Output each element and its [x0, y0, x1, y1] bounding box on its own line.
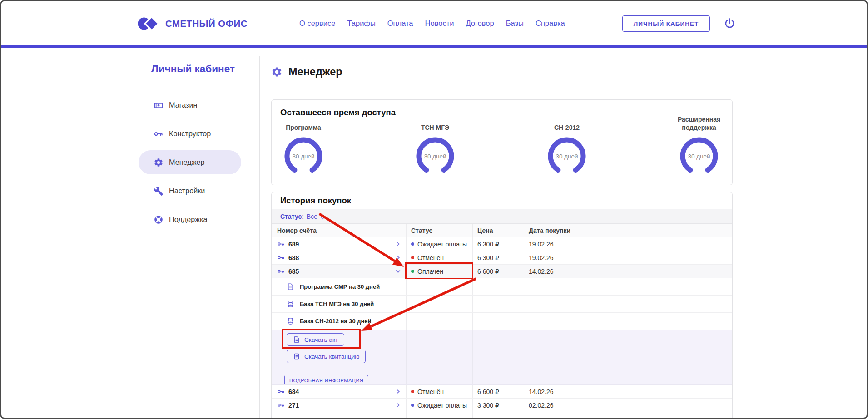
logout-power-icon[interactable] — [724, 17, 736, 30]
price-cell: 6 300 ₽ — [473, 251, 523, 264]
sidebar-item-key[interactable]: Конструктор — [139, 122, 241, 146]
status-dot — [411, 270, 414, 273]
date-cell: 02.02.26 — [523, 399, 732, 412]
history-card-title: История покупок — [280, 196, 351, 206]
gauge-ring: 30 дней — [284, 137, 322, 175]
invoice-number-cell[interactable]: 684 — [272, 385, 407, 398]
date-cell: 19.02.26 — [523, 237, 732, 251]
invoice-row: 688Отменён6 300 ₽19.02.26 — [272, 251, 732, 265]
purchase-item-row: База СН-2012 на 30 дней — [272, 313, 732, 330]
browser-frame: СМЕТНЫЙ ОФИС О сервисеТарифыОплатаНовост… — [0, 0, 868, 419]
download-receipt-button[interactable]: Скачать квитанцию — [287, 350, 366, 363]
purchase-item[interactable]: База СН-2012 на 30 дней — [272, 313, 407, 330]
key-icon — [277, 401, 285, 409]
nav-item[interactable]: Тарифы — [347, 19, 375, 28]
database-icon — [287, 317, 294, 325]
page-title-text: Менеджер — [288, 66, 342, 78]
price-cell: 6 300 ₽ — [473, 237, 523, 251]
invoice-number-cell[interactable]: 271 — [272, 399, 407, 412]
nav-item[interactable]: Договор — [466, 19, 494, 28]
nav-item[interactable]: Справка — [536, 19, 565, 28]
status-cell: Ожидает оплаты — [407, 399, 473, 412]
key-icon — [154, 129, 164, 139]
date-cell: 14.02.26 — [523, 385, 732, 398]
nav-item[interactable]: Базы — [506, 19, 524, 28]
detailed-info-button[interactable]: ПОДРОБНАЯ ИНФОРМАЦИЯ — [284, 375, 368, 384]
database-icon — [287, 300, 294, 308]
purchase-item[interactable]: База ТСН МГЭ на 30 дней — [272, 296, 407, 312]
invoice-row: 684Отменён6 600 ₽14.02.26 — [272, 385, 732, 399]
column-header: Дата покупки — [523, 224, 732, 237]
purchase-item[interactable]: Программа СМР на 30 дней — [272, 278, 407, 295]
invoice-number-cell[interactable]: 685 — [272, 265, 407, 278]
lifebuoy-icon — [154, 215, 164, 225]
download-act-label: Скачать акт — [304, 336, 338, 343]
nav-item[interactable]: Новости — [425, 19, 454, 28]
access-time-card: Оставшееся время доступа Программа30 дне… — [271, 99, 733, 185]
status-text: Отменён — [417, 388, 444, 395]
status-dot — [411, 404, 414, 407]
sidebar-item-lifebuoy[interactable]: Поддержка — [139, 207, 241, 232]
document-icon — [293, 336, 300, 343]
price-cell: 3 300 ₽ — [473, 399, 523, 412]
nav-item[interactable]: Оплата — [387, 19, 413, 28]
chevron-right-icon[interactable] — [395, 241, 401, 247]
chevron-right-icon[interactable] — [395, 389, 401, 394]
status-cell: Отменён — [407, 251, 473, 264]
sidebar-item-label: Магазин — [169, 101, 197, 109]
download-act-button[interactable]: Скачать акт — [287, 333, 344, 346]
invoice-number: 684 — [288, 388, 299, 395]
access-gauge: Программа30 дней — [272, 100, 335, 175]
sidebar-item-gear[interactable]: Менеджер — [139, 150, 241, 174]
document-icon — [287, 283, 294, 291]
account-button[interactable]: ЛИЧНЫЙ КАБИНЕТ — [622, 15, 710, 32]
chevron-down-icon — [320, 214, 325, 219]
gauge-value: 30 дней — [680, 137, 718, 175]
gauge-label: ТСН МГЭ — [421, 111, 449, 132]
gauge-value: 30 дней — [548, 137, 586, 175]
column-header: Статус — [407, 224, 473, 237]
purchase-item-label: База СН-2012 на 30 дней — [300, 318, 372, 325]
sidebar-title: Личный кабинет — [151, 63, 235, 75]
invoice-row-clipped — [272, 412, 732, 419]
gauge-value: 30 дней — [416, 137, 454, 175]
chevron-right-icon[interactable] — [395, 255, 401, 261]
sidebar-item-label: Настройки — [169, 187, 205, 195]
main-content: Менеджер Оставшееся время доступа Програ… — [271, 48, 733, 419]
status-dot — [411, 390, 414, 393]
status-cell: Отменён — [407, 385, 473, 398]
access-gauge: ТСН МГЭ30 дней — [403, 100, 467, 175]
price-cell: 6 600 ₽ — [473, 385, 523, 398]
invoice-number-cell[interactable]: 688 — [272, 251, 407, 264]
status-dot — [411, 242, 414, 246]
date-cell: 14.02.26 — [523, 265, 732, 278]
sidebar-item-cash[interactable]: Магазин — [139, 93, 241, 117]
key-icon — [277, 254, 285, 261]
date-cell: 19.02.26 — [523, 251, 732, 264]
wrench-icon — [154, 186, 164, 196]
key-icon — [277, 240, 285, 248]
status-cell: Ожидает оплаты — [407, 237, 473, 251]
key-icon — [277, 267, 285, 275]
status-dot — [411, 256, 414, 259]
gauge-label: Расширенная поддержка — [667, 111, 731, 132]
nav-item[interactable]: О сервисе — [299, 19, 335, 28]
invoice-number: 271 — [288, 402, 299, 409]
page-title: Менеджер — [271, 66, 342, 78]
gauge-label: СН-2012 — [554, 111, 580, 132]
logo[interactable]: СМЕТНЫЙ ОФИС — [138, 1, 248, 45]
sidebar-item-wrench[interactable]: Настройки — [139, 179, 241, 203]
invoice-number-cell[interactable]: 689 — [272, 237, 407, 251]
invoice-number: 689 — [288, 241, 299, 248]
purchase-history-card: История покупок Статус: Все Номер счётаС… — [271, 192, 733, 419]
content-divider — [259, 56, 260, 418]
status-text: Отменён — [417, 254, 444, 261]
chevron-down-icon[interactable] — [395, 268, 401, 274]
gauge-label: Программа — [286, 111, 321, 132]
status-filter[interactable]: Статус: Все — [272, 209, 732, 224]
gauge-ring: 30 дней — [680, 137, 718, 175]
invoice-row: 689Ожидает оплаты6 300 ₽19.02.26 — [272, 237, 732, 251]
chevron-right-icon[interactable] — [395, 402, 401, 408]
invoice-row: 271Ожидает оплаты3 300 ₽02.02.26 — [272, 399, 732, 412]
main-nav: О сервисеТарифыОплатаНовостиДоговорБазыС… — [299, 1, 565, 45]
